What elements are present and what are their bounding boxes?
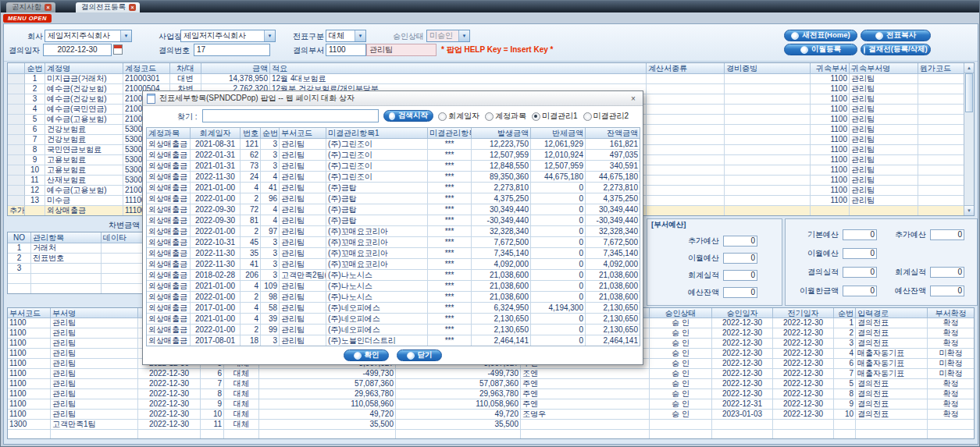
dept-code-input[interactable]: 1100	[326, 44, 366, 56]
cell[interactable]: 1300	[8, 420, 51, 430]
cell[interactable]: 6	[25, 125, 45, 135]
cell[interactable]	[647, 84, 725, 94]
cell[interactable]: 21,038,600	[472, 270, 531, 281]
cell[interactable]: 관리팀	[280, 193, 326, 204]
cell[interactable]	[647, 74, 725, 84]
cell[interactable]: 2022-12-30	[712, 389, 773, 399]
cell[interactable]: 관리팀	[850, 186, 918, 196]
cell[interactable]: 89,350,360	[472, 172, 531, 183]
cell[interactable]: (주)그린조이	[326, 150, 428, 161]
cell[interactable]: 2022-12-30	[138, 420, 201, 430]
chevron-down-icon[interactable]: ▼	[120, 30, 131, 41]
cell[interactable]	[725, 196, 811, 206]
cell[interactable]: 외상매출금	[147, 259, 191, 270]
cell[interactable]: 예수금(국민연금)	[45, 105, 123, 115]
cell[interactable]: ***	[428, 314, 472, 325]
cell[interactable]: 미확정	[928, 359, 975, 369]
cell[interactable]	[725, 165, 811, 176]
cell[interactable]: 57,087,360	[259, 379, 396, 389]
cell[interactable]: 관리팀	[280, 161, 326, 172]
cell[interactable]: 2021-01-00	[191, 314, 241, 325]
table-row[interactable]: 외상매출금2022-09-30724관리팀(주)금탑***30,349,4400…	[147, 204, 640, 215]
cell[interactable]: 2021-08-31	[191, 139, 241, 150]
cell[interactable]: 12,507,959	[531, 161, 586, 172]
cell[interactable]	[712, 430, 773, 439]
cell[interactable]: 조명우	[521, 410, 650, 420]
cell[interactable]: ***	[428, 161, 472, 172]
cell[interactable]: 대체	[224, 389, 259, 399]
radio-icon[interactable]	[532, 112, 540, 121]
cell[interactable]: ***	[428, 204, 472, 215]
cell[interactable]: 4	[241, 303, 261, 314]
cell[interactable]: 161,821	[586, 139, 640, 150]
cell[interactable]: 206	[241, 270, 261, 281]
table-row[interactable]: 1100관리팀2022-12-308대체29,963,78029,963,780…	[8, 389, 974, 399]
cell[interactable]: 2,130,650	[586, 314, 640, 325]
cell[interactable]: 관리팀	[280, 314, 326, 325]
cell[interactable]: 1100	[811, 145, 850, 155]
cell[interactable]: 0	[531, 226, 586, 237]
cell[interactable]: 6	[834, 359, 856, 369]
cell[interactable]	[259, 430, 396, 439]
cell[interactable]: 관리팀	[850, 94, 918, 105]
cell[interactable]: 2022-12-31	[712, 399, 773, 410]
cell[interactable]: 2021-01-00	[191, 281, 241, 292]
table-row[interactable]: 외상매출금2022-01-00297관리팀(주)꼬매요코리아***32,328,…	[147, 226, 640, 237]
cell[interactable]: 확정	[928, 399, 975, 410]
cell[interactable]: 2	[25, 84, 45, 94]
cell[interactable]	[8, 274, 31, 284]
scroll-down-icon[interactable]: ▼	[964, 205, 974, 215]
cell[interactable]: 건강보험료	[45, 135, 123, 145]
cell[interactable]	[928, 420, 975, 430]
cell[interactable]: 39	[261, 314, 280, 325]
cell[interactable]	[918, 176, 964, 186]
cell[interactable]: 8	[834, 389, 856, 399]
cell[interactable]: 외상매출금	[147, 335, 191, 346]
table-row[interactable]: 외상매출금2021-08-311213관리팀(주)그린조이***12,223,7…	[147, 139, 640, 150]
cell[interactable]: 2,130,650	[586, 325, 640, 335]
cell[interactable]: ***	[428, 193, 472, 204]
cell[interactable]: 35,500	[259, 420, 396, 430]
cell[interactable]: 12,223,750	[472, 139, 531, 150]
cell[interactable]: 7,345,140	[586, 248, 640, 259]
cell[interactable]: 13	[25, 196, 45, 206]
cell[interactable]	[725, 186, 811, 196]
cell[interactable]	[725, 176, 811, 186]
cell[interactable]: 2022-01-00	[191, 226, 241, 237]
cell[interactable]: 21,038,600	[586, 292, 640, 303]
cell[interactable]: 121	[241, 139, 261, 150]
cell[interactable]: (주)금탑	[326, 183, 428, 193]
cell[interactable]: 41	[261, 183, 280, 193]
cell[interactable]: (주)꼬매요코리아	[326, 226, 428, 237]
cell[interactable]: 외상매출금	[147, 237, 191, 248]
cell[interactable]: 확정	[928, 339, 975, 349]
cell[interactable]: (주)꼬매요코리아	[326, 259, 428, 270]
cell[interactable]: 승 인	[650, 389, 712, 399]
cell[interactable]: ***	[428, 335, 472, 346]
cell[interactable]: 97	[261, 226, 280, 237]
cell[interactable]: 확정	[928, 410, 975, 420]
table-row[interactable]: 외상매출금2022-01-31623관리팀(주)그린조이***12,507,95…	[147, 150, 640, 161]
cell[interactable]: (주)금탑	[326, 193, 428, 204]
cell[interactable]: 1100	[8, 410, 51, 420]
scrollbar-thumb[interactable]	[965, 73, 973, 112]
calendar-icon[interactable]	[113, 44, 123, 55]
cell[interactable]: 0	[531, 281, 586, 292]
cell[interactable]: 2022-01-31	[191, 150, 241, 161]
cell[interactable]: ***	[428, 259, 472, 270]
cell[interactable]: 2,130,650	[472, 314, 531, 325]
cell[interactable]: 3	[834, 339, 856, 349]
cell[interactable]: 4	[25, 105, 45, 115]
cell[interactable]: 2022-12-30	[712, 379, 773, 389]
cell[interactable]: 3	[8, 264, 31, 274]
cell[interactable]: 11	[25, 176, 45, 186]
cell[interactable]	[918, 206, 964, 216]
cell[interactable]: 1100	[8, 349, 51, 359]
cell[interactable]: ***	[428, 270, 472, 281]
cell[interactable]: 2,130,650	[472, 325, 531, 335]
cell[interactable]: 35	[241, 248, 261, 259]
table-row[interactable]: 외상매출금2021-01-00439관리팀(주)네오피에스***2,130,65…	[147, 314, 640, 325]
cell[interactable]: 외상매출금	[147, 248, 191, 259]
table-row[interactable]: 외상매출금2022-09-30814관리팀(주)금탑***-30,349,440…	[147, 215, 640, 226]
chevron-down-icon[interactable]: ▼	[264, 30, 275, 41]
